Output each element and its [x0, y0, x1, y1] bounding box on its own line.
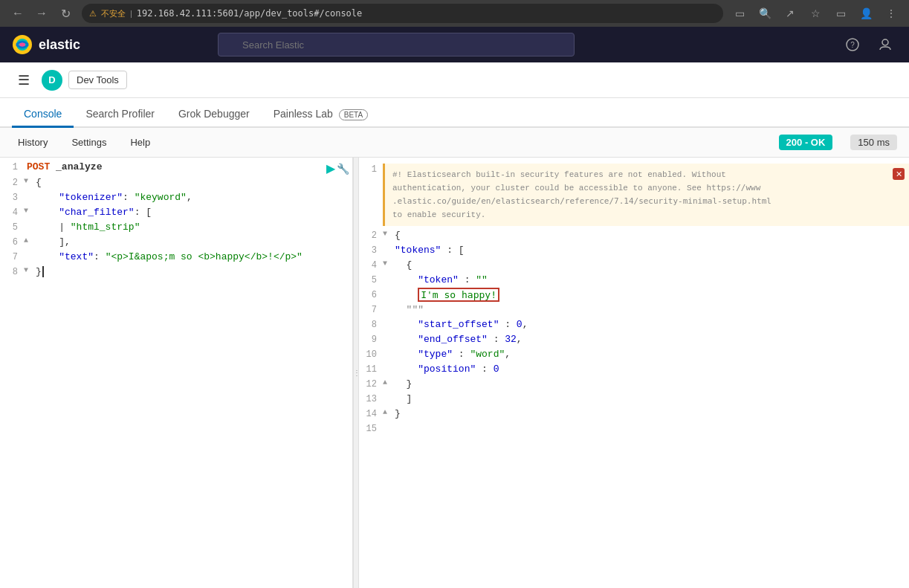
url-bar[interactable]: ⚠ 不安全 | 192.168.42.111:5601/app/dev_tool…: [82, 4, 723, 23]
response-area[interactable]: 1 ✕ #! Elasticsearch built-in security f…: [359, 158, 909, 588]
tab-console[interactable]: Console: [12, 102, 74, 128]
warning-close-button[interactable]: ✕: [893, 168, 905, 180]
editor-line-2: 2 ▼ {: [0, 176, 352, 191]
fold-8[interactable]: ▼: [24, 266, 33, 274]
resp-num-13: 13: [359, 393, 383, 404]
editor-line-6: 6 ▲ ],: [0, 236, 352, 251]
resp-content-4: {: [392, 259, 909, 271]
search-input[interactable]: [218, 33, 575, 56]
time-badge: 150 ms: [850, 135, 897, 150]
run-button[interactable]: ▶: [326, 161, 335, 175]
resp-num-5: 5: [359, 274, 383, 285]
line-content-5: | "html_strip": [33, 222, 352, 233]
resp-fold-12[interactable]: ▲: [383, 378, 392, 387]
more-button[interactable]: ⋮: [881, 3, 902, 24]
resp-line-13: 13 ]: [359, 392, 909, 407]
resp-content-12: }: [392, 378, 909, 390]
response-panel: 1 ✕ #! Elasticsearch built-in security f…: [359, 158, 909, 588]
user-icon: [879, 38, 892, 51]
tab-grok-debugger[interactable]: Grok Debugger: [166, 102, 262, 128]
screenshot-button[interactable]: ▭: [729, 3, 750, 24]
tabs-bar: Console Search Profiler Grok Debugger Pa…: [0, 98, 909, 128]
tab-painless-lab[interactable]: Painless Lab BETA: [262, 102, 380, 128]
user-avatar[interactable]: D: [42, 70, 62, 91]
editor-line-4: 4 ▼ "char_filter": [: [0, 206, 352, 221]
back-button[interactable]: ←: [7, 3, 28, 24]
browser-actions: ▭ 🔍 ↗ ☆ ▭ 👤 ⋮: [729, 3, 902, 24]
line-num-5: 5: [0, 222, 24, 233]
resp-fold-2[interactable]: ▼: [383, 230, 392, 238]
resp-line-2: 2 ▼ {: [359, 229, 909, 244]
elastic-logo[interactable]: elastic: [12, 34, 80, 55]
method-keyword: POST: [27, 161, 50, 172]
resp-num-9: 9: [359, 334, 383, 345]
search-browser-button[interactable]: 🔍: [754, 3, 775, 24]
help-icon: ?: [846, 38, 859, 51]
profile-button[interactable]: 👤: [855, 3, 876, 24]
resp-num-2: 2: [359, 230, 383, 241]
line-content-2: {: [33, 177, 352, 188]
resp-content-11: "position" : 0: [392, 364, 909, 375]
divider-icon: ⋮: [353, 369, 359, 377]
cursor: [42, 266, 50, 277]
help-icon-button[interactable]: ?: [841, 33, 864, 56]
line-num-1: 1: [0, 161, 24, 172]
resp-line-8: 8 "start_offset" : 0,: [359, 318, 909, 333]
line-content-8: }: [33, 266, 352, 277]
dev-tools-button[interactable]: Dev Tools: [68, 71, 127, 89]
resp-line-num-1: 1: [359, 164, 383, 175]
resp-num-12: 12: [359, 378, 383, 390]
help-button[interactable]: Help: [124, 134, 156, 151]
line-content-1: POST _analyze: [24, 161, 323, 172]
editor-line-1: 1 POST _analyze ▶ 🔧: [0, 161, 352, 176]
security-text: 不安全: [101, 8, 126, 19]
resp-fold-14[interactable]: ▲: [383, 408, 392, 416]
tab-search-profiler[interactable]: Search Profiler: [74, 102, 166, 128]
editor-line-3: 3 "tokenizer": "keyword",: [0, 191, 352, 206]
share-button[interactable]: ↗: [780, 3, 800, 24]
resp-line-12: 12 ▲ }: [359, 378, 909, 392]
editor-line-8: 8 ▼ }: [0, 265, 352, 280]
resp-content-9: "end_offset" : 32,: [392, 334, 909, 345]
editor-line-5: 5 | "html_strip": [0, 221, 352, 236]
fold-2[interactable]: ▼: [24, 177, 33, 185]
resp-line-6: 6 I'm so happy!: [359, 288, 909, 303]
refresh-button[interactable]: ↻: [55, 3, 76, 24]
forward-button[interactable]: →: [31, 3, 52, 24]
wrench-button[interactable]: 🔧: [337, 163, 349, 175]
line-content-3: "tokenizer": "keyword",: [33, 192, 352, 203]
resp-fold-4[interactable]: ▼: [383, 259, 392, 268]
editor-code-area[interactable]: 1 POST _analyze ▶ 🔧 2 ▼ { 3 "tokenizer":…: [0, 158, 352, 588]
resp-line-10: 10 "type" : "word",: [359, 348, 909, 363]
user-icon-button[interactable]: [873, 33, 897, 56]
line-content-4: "char_filter": [: [33, 207, 352, 218]
warning-banner: ✕ #! Elasticsearch built-in security fea…: [383, 164, 909, 226]
resp-num-11: 11: [359, 364, 383, 375]
warning-url-cont: .elastic.co/guide/en/elasticsearch/refer…: [392, 196, 771, 206]
sub-header: ☰ D Dev Tools: [0, 62, 909, 98]
panel-divider[interactable]: ⋮: [353, 158, 359, 588]
resp-content-2: {: [392, 230, 909, 241]
resp-line-5: 5 "token" : "": [359, 274, 909, 288]
bookmark-button[interactable]: ☆: [805, 3, 826, 24]
resp-content-14: }: [392, 408, 909, 419]
resp-line-9: 9 "end_offset" : 32,: [359, 333, 909, 348]
security-icon: ⚠: [89, 9, 97, 19]
endpoint-text: _analyze: [56, 161, 102, 172]
hamburger-menu-button[interactable]: ☰: [12, 68, 36, 92]
history-button[interactable]: History: [12, 134, 54, 151]
view-button[interactable]: ▭: [830, 3, 851, 24]
beta-badge: BETA: [339, 109, 368, 120]
line-num-6: 6: [0, 236, 24, 248]
resp-num-6: 6: [359, 289, 383, 300]
line-num-3: 3: [0, 192, 24, 203]
line-controls-1: ▶ 🔧: [323, 161, 352, 175]
resp-content-13: ]: [392, 393, 909, 404]
fold-6[interactable]: ▲: [24, 236, 33, 245]
resp-content-5: "token" : "": [392, 274, 909, 285]
fold-4[interactable]: ▼: [24, 207, 33, 215]
editor-panel: 1 POST _analyze ▶ 🔧 2 ▼ { 3 "tokenizer":…: [0, 158, 353, 588]
warning-text: #! Elasticsearch built-in security featu…: [392, 170, 771, 219]
settings-button[interactable]: Settings: [65, 134, 112, 151]
resp-content-7: """: [392, 304, 909, 315]
